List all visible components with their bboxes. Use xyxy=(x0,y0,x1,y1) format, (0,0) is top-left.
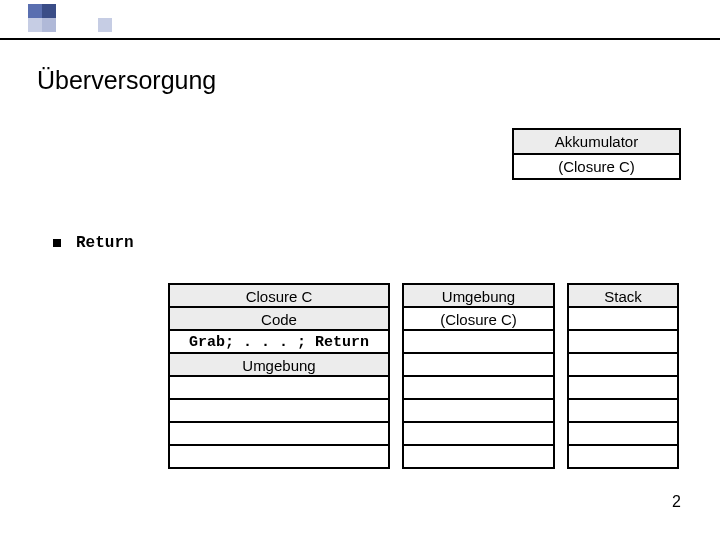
accumulator-header: Akkumulator xyxy=(514,130,679,155)
page-number: 2 xyxy=(672,493,681,511)
closure-table: Closure C Code Grab; . . . ; Return Umge… xyxy=(168,283,390,469)
umgebung-header: Umgebung xyxy=(404,285,553,308)
table-row xyxy=(569,354,677,377)
deco-square xyxy=(42,18,56,32)
stack-table: Stack xyxy=(567,283,679,469)
deco-square xyxy=(28,18,42,32)
table-row: (Closure C) xyxy=(404,308,553,331)
deco-square xyxy=(98,18,112,32)
bullet-icon xyxy=(53,239,61,247)
stack-header: Stack xyxy=(569,285,677,308)
deco-square xyxy=(28,4,42,18)
bullet-label: Return xyxy=(76,234,134,252)
closure-header: Closure C xyxy=(170,285,388,308)
accumulator-box: Akkumulator (Closure C) xyxy=(512,128,681,180)
table-row xyxy=(569,446,677,469)
table-row xyxy=(569,423,677,446)
table-row xyxy=(404,377,553,400)
slide-title: Überversorgung xyxy=(37,66,216,95)
deco-square xyxy=(42,4,56,18)
table-row xyxy=(170,400,388,423)
table-row xyxy=(170,423,388,446)
horizontal-rule xyxy=(0,38,720,40)
bullet-item: Return xyxy=(53,234,134,252)
table-row xyxy=(404,400,553,423)
table-row xyxy=(404,423,553,446)
slide-decoration xyxy=(0,0,720,44)
table-row xyxy=(170,377,388,400)
table-row: Grab; . . . ; Return xyxy=(170,331,388,354)
umgebung-table: Umgebung (Closure C) xyxy=(402,283,555,469)
table-row xyxy=(569,331,677,354)
table-row xyxy=(404,446,553,469)
table-row xyxy=(569,400,677,423)
table-row xyxy=(569,377,677,400)
accumulator-value: (Closure C) xyxy=(514,155,679,178)
table-row xyxy=(569,308,677,331)
table-row xyxy=(404,331,553,354)
table-row: Umgebung xyxy=(170,354,388,377)
table-row xyxy=(170,446,388,469)
tables-row: Closure C Code Grab; . . . ; Return Umge… xyxy=(168,283,679,469)
table-row xyxy=(404,354,553,377)
table-row: Code xyxy=(170,308,388,331)
